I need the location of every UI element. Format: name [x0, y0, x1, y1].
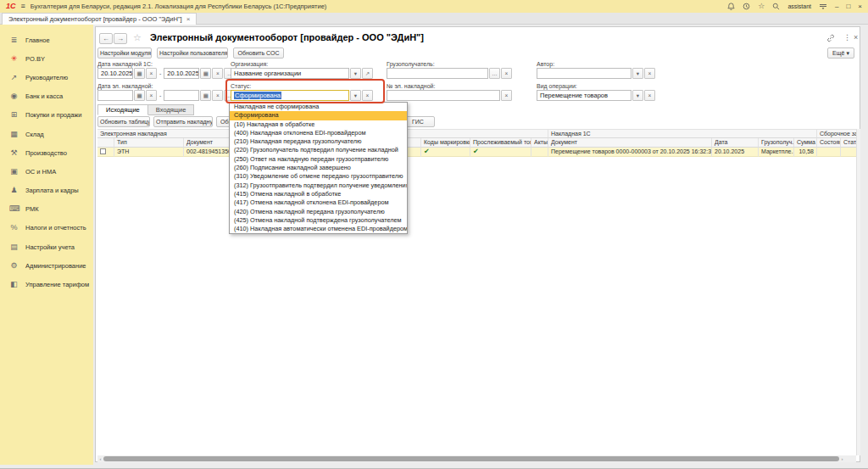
tab-close-icon[interactable]: ×: [186, 15, 191, 23]
date-edoc-from-input[interactable]: [97, 90, 133, 101]
status-option[interactable]: Накладная не сформирована: [230, 103, 407, 111]
sidebar-item-upravlenie-tarifom[interactable]: ◧Управление тарифом: [0, 275, 93, 293]
tab-incoming[interactable]: Входящие: [148, 104, 195, 115]
clear-icon[interactable]: ×: [212, 68, 223, 79]
column-type[interactable]: Тип: [114, 138, 184, 148]
status-option[interactable]: (417) Отмена накладной отклонена EDI-про…: [230, 198, 407, 207]
status-option[interactable]: (425) Отмена накладной подтверждена груз…: [230, 216, 407, 225]
sidebar-item-bank-kassa[interactable]: ◉Банк и касса: [0, 87, 93, 106]
close-form-icon[interactable]: ×: [854, 34, 858, 42]
sidebar-item-glavnoe[interactable]: ≣Главное: [0, 31, 93, 49]
status-option[interactable]: (250) Ответ на накладную передан грузоот…: [230, 155, 407, 164]
calendar-icon[interactable]: ▦: [200, 90, 211, 101]
status-option-highlighted[interactable]: Сформирована: [230, 111, 407, 120]
sidebar-item-po-by[interactable]: ✳PO.BY: [0, 49, 93, 68]
column-consignee[interactable]: Грузополуч...: [759, 138, 794, 148]
consignee-input[interactable]: [387, 68, 488, 79]
clear-icon[interactable]: ×: [644, 68, 655, 79]
sidebar-item-sklad[interactable]: ▦Склад: [0, 125, 93, 143]
forward-button[interactable]: →: [114, 33, 127, 44]
choose-icon[interactable]: ▾: [632, 90, 643, 101]
restore-button[interactable]: □: [846, 3, 850, 10]
sidebar-item-pokupki-prodazhi[interactable]: ⊞Покупки и продажи: [0, 106, 93, 125]
refresh-table-button[interactable]: Обновить таблицу: [97, 116, 150, 127]
clear-icon[interactable]: ×: [212, 90, 223, 101]
tab-edi-document[interactable]: Электронный документооборот [провайдер -…: [2, 13, 197, 25]
more-menu-icon[interactable]: ⋮: [843, 34, 851, 42]
vertical-scrollbar[interactable]: [856, 129, 860, 455]
status-option[interactable]: (312) Грузоотправитель подтвердил получе…: [230, 181, 407, 190]
close-window-button[interactable]: ×: [858, 3, 862, 10]
tab-outgoing[interactable]: Исходящие: [97, 104, 148, 115]
search-icon[interactable]: [772, 3, 780, 10]
sidebar-item-rmk[interactable]: ⌨РМК: [0, 200, 93, 219]
choose-icon[interactable]: ▾: [632, 68, 643, 79]
calendar-icon[interactable]: ▦: [200, 68, 211, 79]
sidebar-item-nastroyki-ucheta[interactable]: ▤Настройки учета: [0, 237, 93, 256]
sidebar-item-zarplata-kadry[interactable]: ♟Зарплата и кадры: [0, 181, 93, 200]
status-option[interactable]: (400) Накладная отклонена EDI-провайдеро…: [230, 129, 407, 137]
refresh-sos-button[interactable]: Обновить СОС: [233, 47, 284, 59]
status-option[interactable]: (415) Отмена накладной в обработке: [230, 190, 407, 198]
clear-icon[interactable]: ×: [146, 68, 157, 79]
status-option[interactable]: (420) Отмена накладной передана грузопол…: [230, 208, 407, 216]
clear-icon[interactable]: ×: [501, 68, 512, 79]
send-waybill-button[interactable]: Отправить накладную: [153, 116, 213, 127]
favorites-star-icon[interactable]: ☆: [758, 3, 765, 10]
notifications-bell-icon[interactable]: [727, 3, 735, 10]
clear-icon[interactable]: ×: [644, 90, 655, 101]
status-option[interactable]: (10) Накладная в обработке: [230, 120, 407, 129]
row-checkbox[interactable]: [100, 148, 106, 154]
sidebar-item-nalogi[interactable]: %Налоги и отчетность: [0, 219, 93, 237]
sidebar-item-rukovoditelyu[interactable]: ↗Руководителю: [0, 68, 93, 87]
column-marking-codes[interactable]: Коды маркировки: [421, 138, 470, 148]
clear-icon[interactable]: ×: [362, 90, 373, 101]
organization-input[interactable]: Название организации: [231, 68, 349, 79]
choose-list-icon[interactable]: …: [489, 68, 500, 79]
module-settings-button[interactable]: Настройки модуля: [97, 47, 152, 59]
column-status[interactable]: Стат...: [841, 138, 856, 148]
status-input[interactable]: Сформирована: [231, 90, 349, 101]
main-menu-icon[interactable]: ≡: [21, 3, 25, 10]
column-date[interactable]: Дата: [712, 138, 759, 148]
column-acts[interactable]: Акты: [531, 138, 548, 148]
date-edoc-to-input[interactable]: [164, 90, 199, 101]
sidebar-item-os-nma[interactable]: ▣ОС и НМА: [0, 162, 93, 181]
choose-icon[interactable]: ▾: [350, 68, 361, 79]
status-option[interactable]: (410) Накладная автоматически отменена E…: [230, 225, 407, 233]
horizontal-scrollbar-thumb[interactable]: [103, 456, 839, 461]
clear-icon[interactable]: ×: [146, 90, 157, 101]
status-option[interactable]: (260) Подписание накладной завершено: [230, 164, 407, 172]
column-traceable-goods[interactable]: Прослеживаемый товар: [470, 138, 531, 148]
status-option[interactable]: (210) Накладная передана грузополучателю: [230, 137, 407, 146]
calendar-icon[interactable]: ▦: [134, 68, 145, 79]
date-1c-from-input[interactable]: 20.10.2025: [97, 68, 133, 79]
minimize-button[interactable]: –: [835, 3, 838, 10]
link-icon[interactable]: [826, 34, 835, 44]
status-option[interactable]: (220) Грузополучатель подтвердил получен…: [230, 146, 407, 154]
favorite-star-icon[interactable]: ☆: [133, 32, 142, 43]
sidebar-item-administrirovanie[interactable]: ⚙Администрирование: [0, 256, 93, 275]
user-settings-button[interactable]: Настройки пользователя: [157, 47, 228, 59]
author-input[interactable]: [537, 68, 632, 79]
column-state[interactable]: Состояние: [817, 138, 841, 148]
horizontal-scrollbar[interactable]: ‹ ›: [97, 455, 856, 462]
scroll-right-icon[interactable]: ›: [839, 455, 845, 462]
history-icon[interactable]: [743, 3, 750, 10]
choose-icon[interactable]: ▾: [350, 90, 361, 101]
panels-settings-icon[interactable]: [819, 3, 827, 10]
more-button[interactable]: Ещё ▾: [827, 47, 854, 59]
current-user-label[interactable]: assistant: [787, 3, 811, 9]
sidebar-item-proizvodstvo[interactable]: ⚒Производство: [0, 143, 93, 162]
scroll-left-icon[interactable]: ‹: [97, 455, 103, 462]
clear-icon[interactable]: ×: [501, 90, 512, 101]
status-option[interactable]: (310) Уведомление об отмене передано гру…: [230, 172, 407, 181]
edoc-number-input[interactable]: [387, 90, 500, 101]
column-document-1c[interactable]: Документ: [548, 138, 712, 148]
back-button[interactable]: ←: [99, 33, 113, 44]
open-icon[interactable]: ↗: [362, 68, 373, 79]
calendar-icon[interactable]: ▦: [134, 90, 145, 101]
date-1c-to-input[interactable]: 20.10.2025: [164, 68, 199, 79]
operation-input[interactable]: Перемещение товаров: [537, 90, 632, 101]
table-row[interactable]: ЭТН 002-4819451350000-6 ✔ ✔ Перемещение …: [97, 148, 856, 157]
